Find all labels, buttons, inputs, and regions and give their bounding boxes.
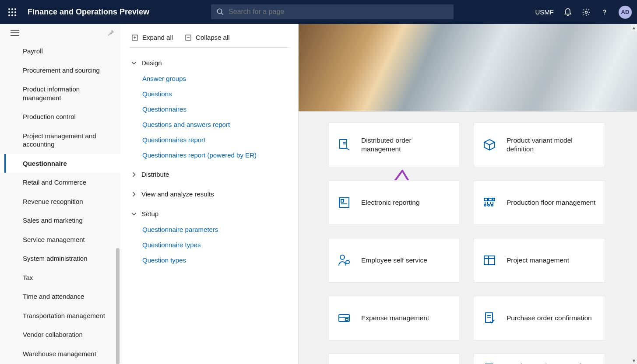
svg-rect-34 [484,198,488,201]
svg-line-10 [221,13,223,15]
svg-point-26 [340,255,345,259]
svg-rect-40 [484,256,495,265]
help-icon[interactable] [600,8,609,17]
credit-card-icon [337,311,352,326]
sidebar-item[interactable]: Procurement and sourcing [0,61,120,80]
sidebar-item[interactable]: Transportation management [0,306,120,326]
collapse-all-label: Collapse all [196,34,230,41]
link-question-types[interactable]: Question types [142,252,289,268]
card-product-variant-definition[interactable]: Product variant model definition [474,122,605,167]
group-title: Design [141,59,162,66]
chevron-right-icon [131,172,137,178]
sidebar-item[interactable]: Production control [0,107,120,126]
document-icon [337,137,352,152]
top-bar: Finance and Operations Preview USMF AD [0,0,637,24]
user-avatar[interactable]: AD [619,6,632,19]
link-questionnaires-report[interactable]: Questionnaires report [142,132,289,147]
sidebar-item[interactable]: Warehouse management [0,344,120,364]
document-check-icon [482,311,497,326]
svg-point-1 [11,8,13,10]
sidebar-item[interactable]: Payroll [0,42,120,61]
group-title: View and analyze results [141,190,214,198]
card-expense-management[interactable]: Expense management [328,296,460,340]
card-label: Production floor management [507,198,595,207]
card-distributed-order-management[interactable]: Distributed order management [328,122,460,167]
document-icon [482,362,497,364]
sidebar-item[interactable]: Tax [0,268,120,287]
card-project-management[interactable]: Project management [474,238,605,283]
svg-point-39 [491,204,493,206]
chevron-down-icon [131,60,137,66]
card-label: Electronic reporting [361,198,420,207]
sidebar-item[interactable]: Time and attendance [0,287,120,306]
factory-icon [482,195,497,210]
chevron-right-icon [131,191,137,197]
scroll-down-button[interactable]: ▼ [631,357,637,364]
hero-banner [299,24,637,112]
link-questions[interactable]: Questions [142,86,289,102]
group-header-view-analyze[interactable]: View and analyze results [129,186,289,202]
list-icon [337,362,352,364]
link-qa-report[interactable]: Questions and answers report [142,117,289,132]
app-launcher-icon[interactable] [0,0,24,24]
sidebar-item[interactable]: Service management [0,230,120,249]
flyout-actions: Expand all Collapse all [129,34,289,48]
sidebar-item[interactable]: Sales and marketing [0,211,120,230]
card-feature-management[interactable]: Feature management [328,354,460,364]
scroll-up-button[interactable]: ▲ [631,24,637,31]
card-label: Product variant model definition [507,136,596,154]
link-questionnaires[interactable]: Questionnaires [142,102,289,117]
pin-icon[interactable] [107,29,114,36]
company-code[interactable]: USMF [535,8,554,16]
svg-point-2 [14,8,16,10]
svg-rect-35 [489,198,492,201]
kanban-icon [482,253,497,268]
group-header-setup[interactable]: Setup [129,206,289,222]
report-icon [337,195,352,210]
link-questionnaires-report-er[interactable]: Questionnaires report (powered by ER) [142,147,289,163]
collapse-all-button[interactable]: Collapse all [185,34,230,41]
link-questionnaire-types[interactable]: Questionnaire types [142,237,289,252]
sidebar-item[interactable]: Revenue recognition [0,192,120,211]
group-header-design[interactable]: Design [129,55,289,71]
search-icon [216,8,224,16]
notification-icon[interactable] [563,8,572,17]
sidebar-item[interactable]: Vendor collaboration [0,325,120,344]
sidebar-item-questionnaire[interactable]: Questionnaire [0,154,120,173]
group-distribute: Distribute [129,166,289,182]
search-input[interactable] [229,8,448,16]
settings-icon[interactable] [582,8,591,17]
expand-all-label: Expand all [142,34,173,41]
sidebar-item[interactable]: Retail and Commerce [0,173,120,192]
search-box[interactable] [211,4,454,19]
svg-rect-30 [345,318,348,320]
svg-point-6 [8,14,10,16]
card-label: Expense management [361,314,429,322]
app-title: Finance and Operations Preview [28,7,149,17]
card-employee-self-service[interactable]: Employee self service [328,238,460,283]
card-label: Feature management [361,362,426,364]
expand-all-icon [132,35,138,41]
svg-point-37 [484,204,486,206]
link-questionnaire-parameters[interactable]: Questionnaire parameters [142,222,289,237]
sidebar-item[interactable]: Project management and accounting [0,126,120,154]
expand-all-button[interactable]: Expand all [132,34,173,41]
svg-line-16 [108,34,110,35]
svg-point-12 [604,14,605,15]
card-purchase-order-confirmation[interactable]: Purchase order confirmation [474,296,605,340]
group-header-distribute[interactable]: Distribute [129,166,289,182]
header-tools: USMF AD [535,0,632,24]
card-purchase-order-preparation[interactable]: Purchase order preparation [474,354,605,364]
card-electronic-reporting[interactable]: Electronic reporting [328,180,460,225]
svg-point-11 [585,11,588,13]
module-flyout: Expand all Collapse all Design Answer gr… [120,24,299,364]
card-production-floor-management[interactable]: Production floor management [474,180,605,225]
group-title: Setup [141,210,158,217]
group-design: Design Answer groups Questions Questionn… [129,55,289,163]
sidebar-scrollbar-thumb[interactable] [116,248,120,364]
hamburger-icon[interactable] [11,30,19,36]
link-answer-groups[interactable]: Answer groups [142,71,289,86]
person-icon [337,253,352,268]
sidebar-item[interactable]: Product information management [0,80,120,107]
sidebar-item[interactable]: System administration [0,249,120,268]
